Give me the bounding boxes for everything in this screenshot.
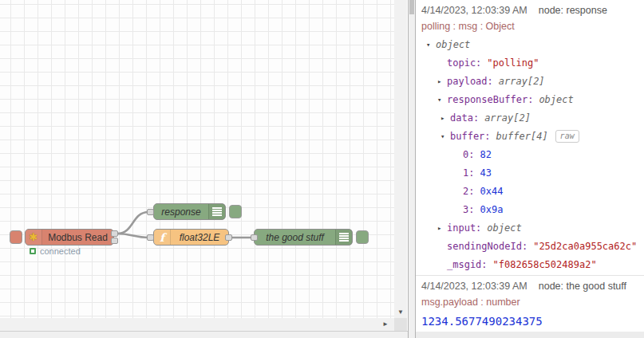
node-float32le[interactable]: f float32LE	[153, 229, 229, 246]
tree-key: 1:	[463, 167, 474, 179]
node-red-app: ✱ Modbus Read connected response f float…	[0, 0, 644, 338]
goodstuff-input-port[interactable]	[251, 234, 258, 241]
node-the-good-stuff[interactable]: the good stuff	[254, 229, 353, 246]
source-node-name: node: response	[539, 5, 607, 16]
tree-value: object	[436, 39, 470, 50]
tree-value: 82	[480, 149, 491, 160]
tree-row-object[interactable]: ▾ object	[421, 35, 644, 53]
goodstuff-toggle-button[interactable]	[356, 230, 369, 244]
canvas-horizontal-scrollbar[interactable]: ►	[0, 318, 407, 331]
node-label: the good stuff	[255, 230, 335, 245]
debug-message-topic: msg.payload : number	[421, 293, 644, 311]
node-label: Modbus Read	[42, 230, 113, 245]
function-f-icon: f	[154, 230, 171, 245]
debug-message: 4/14/2023, 12:03:39 AM node: the good st…	[416, 276, 644, 334]
float32le-output-port[interactable]	[225, 234, 232, 241]
tree-value: "polling"	[487, 57, 539, 69]
tree-row-msgid: _msgid: "f082658c502489a2"	[421, 255, 644, 273]
node-modbus-read[interactable]: ✱ Modbus Read	[25, 229, 114, 246]
tree-key: _msgid:	[447, 259, 488, 270]
tree-key: buffer:	[450, 131, 491, 142]
tree-row-input[interactable]: ▸ input: object	[421, 218, 644, 237]
tree-row-buffer-1: 1: 43	[421, 163, 644, 182]
tree-row-buffer-2: 2: 0x44	[421, 182, 644, 200]
raw-toggle-button[interactable]: raw	[555, 130, 579, 143]
timestamp: 4/14/2023, 12:03:39 AM	[421, 281, 527, 292]
timestamp: 4/14/2023, 12:03:39 AM	[421, 5, 527, 16]
tree-row-data[interactable]: ▸ data: array[2]	[421, 108, 644, 127]
canvas-grid[interactable]	[0, 0, 394, 318]
tree-key: data:	[450, 112, 479, 124]
debug-message: 4/14/2023, 12:03:39 AM node: response po…	[416, 0, 644, 276]
canvas-vertical-scrollbar[interactable]: ▼	[394, 0, 407, 318]
tree-row-responsebuffer[interactable]: ▾ responseBuffer: object	[421, 90, 644, 108]
tree-key: payload:	[447, 76, 493, 87]
tree-value: buffer[4]	[496, 131, 548, 142]
debug-payload-number: 1234.5677490234375	[421, 311, 644, 332]
tree-value: "f082658c502489a2"	[493, 259, 597, 270]
status-text: connected	[40, 246, 81, 256]
debug-sidebar[interactable]: 4/14/2023, 12:03:39 AM node: response po…	[416, 0, 644, 338]
source-node-name: node: the good stuff	[539, 281, 626, 292]
node-label: response	[154, 204, 208, 219]
canvas-footer	[0, 331, 408, 338]
expand-arrow-icon[interactable]: ▸	[437, 77, 447, 85]
scroll-right-arrow-icon[interactable]: ►	[382, 320, 389, 328]
expand-arrow-icon[interactable]: ▸	[441, 114, 450, 122]
tree-value: object	[539, 94, 573, 105]
tree-key: 0:	[463, 149, 474, 160]
tree-key: responseBuffer:	[447, 94, 533, 105]
node-response[interactable]: response	[153, 203, 226, 220]
tree-value: 43	[480, 167, 491, 179]
flow-canvas[interactable]: ✱ Modbus Read connected response f float…	[0, 0, 408, 338]
debug-message-header: 4/14/2023, 12:03:39 AM node: response	[421, 3, 644, 18]
expand-arrow-icon[interactable]: ▸	[437, 224, 447, 232]
float32le-input-port[interactable]	[147, 234, 154, 241]
tree-row-topic: topic: "polling"	[421, 53, 644, 72]
tree-key: topic:	[447, 57, 481, 69]
sidebar-splitter[interactable]	[408, 0, 416, 338]
modbus-flower-icon: ✱	[26, 230, 42, 245]
scrollbar-corner	[394, 318, 407, 331]
tree-key: 3:	[463, 204, 474, 215]
debug-lines-icon	[208, 204, 225, 219]
modbus-output-port-2[interactable]	[111, 238, 118, 244]
collapse-arrow-icon[interactable]: ▾	[437, 96, 447, 104]
tree-row-buffer-3: 3: 0x9a	[421, 200, 644, 218]
response-toggle-button[interactable]	[229, 205, 242, 218]
debug-message-topic: polling : msg : Object	[421, 18, 644, 35]
tree-key: sendingNodeId:	[447, 241, 527, 252]
tree-row-buffer-0: 0: 82	[421, 145, 644, 163]
tree-key: input:	[447, 222, 481, 234]
collapse-arrow-icon[interactable]: ▾	[441, 132, 450, 140]
tree-value: 0x9a	[480, 204, 503, 215]
tree-row-sendingnodeid: sendingNodeId: "25d2ca0a955ca62c"	[421, 237, 644, 255]
tree-value: array[2]	[499, 76, 545, 87]
tree-value: object	[487, 222, 521, 234]
node-label: float32LE	[171, 230, 228, 245]
collapse-arrow-icon[interactable]: ▾	[426, 41, 436, 49]
tree-key: 2:	[463, 186, 474, 197]
modbus-output-port-1[interactable]	[111, 230, 118, 237]
tree-row-buffer[interactable]: ▾ buffer: buffer[4] raw	[421, 127, 644, 145]
tree-value: 0x44	[480, 186, 503, 197]
modbus-status: connected	[30, 246, 81, 256]
tree-value: "25d2ca0a955ca62c"	[533, 241, 637, 252]
tree-value: array[2]	[484, 112, 531, 124]
modbus-node-button[interactable]	[10, 230, 22, 244]
next-message-partial	[416, 332, 644, 338]
tree-row-payload[interactable]: ▸ payload: array[2]	[421, 72, 644, 90]
scroll-down-arrow-icon[interactable]: ▼	[394, 309, 407, 316]
debug-lines-icon	[335, 230, 352, 245]
debug-message-header: 4/14/2023, 12:03:39 AM node: the good st…	[421, 279, 644, 293]
response-input-port[interactable]	[147, 209, 154, 215]
status-ring-icon	[30, 248, 36, 254]
sidebar-scrollbar-thumb[interactable]	[409, 0, 414, 14]
